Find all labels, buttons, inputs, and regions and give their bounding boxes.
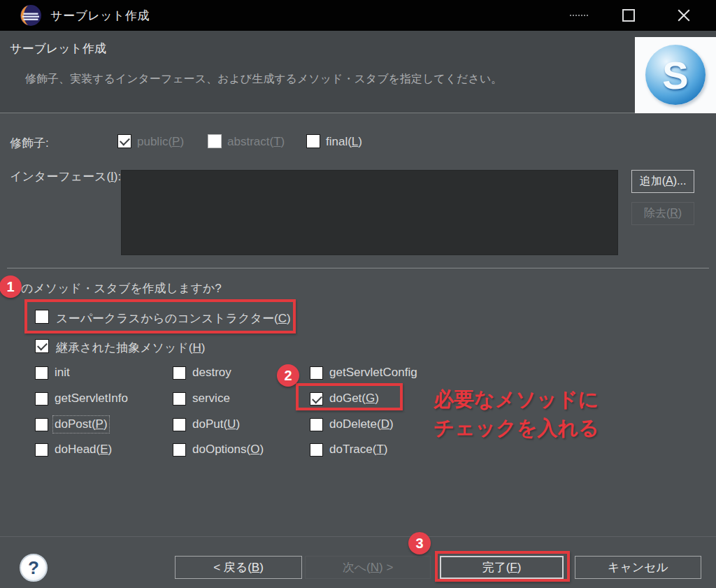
interfaces-label: インターフェース(I): [10, 168, 121, 185]
abstract-checkbox[interactable] [208, 134, 222, 148]
wizard-title: サーブレット作成 [10, 41, 106, 57]
add-interface-button[interactable]: 追加(A)... [631, 170, 694, 193]
cancel-button[interactable]: キャンセル [575, 556, 701, 579]
step-2-badge: 2 [277, 364, 299, 387]
wizard-header: サーブレット作成 修飾子、実装するインターフェース、および生成するメソッド・スタ… [0, 31, 716, 113]
stub-cell: service [173, 392, 230, 406]
do-options-label[interactable]: doOptions(O) [192, 443, 264, 457]
wizard-icon-panel: S [635, 37, 716, 113]
do-trace-checkbox[interactable] [310, 443, 323, 457]
final-checkbox[interactable] [306, 134, 320, 148]
public-checkbox[interactable] [117, 134, 131, 148]
eclipse-logo-icon [20, 4, 42, 27]
help-button[interactable]: ? [20, 554, 48, 582]
do-put-checkbox[interactable] [173, 418, 186, 431]
minimize-icon [570, 15, 588, 16]
stub-cell: destroy [173, 366, 231, 380]
do-trace-label[interactable]: doTrace(T) [329, 443, 387, 457]
annotation-note-line1: 必要なメソッドに [434, 385, 599, 414]
annotation-note-line2: チェックを入れる [434, 414, 599, 443]
stub-cell: init [35, 366, 70, 380]
maximize-icon [622, 9, 635, 22]
do-post-label[interactable]: doPost(P) [55, 417, 108, 431]
remove-interface-button[interactable]: 除去(R) [631, 202, 694, 225]
constructor-highlight-box [24, 299, 296, 334]
finish-highlight-box [435, 551, 570, 582]
inherited-abstract-checkbox[interactable] [35, 339, 49, 353]
question-mark-icon: ? [28, 557, 39, 579]
get-servlet-info-label[interactable]: getServletInfo [55, 392, 128, 406]
step-3-badge: 3 [408, 532, 431, 554]
do-put-label[interactable]: doPut(U) [192, 417, 240, 431]
wizard-description: 修飾子、実装するインターフェース、および生成するメソッド・スタブを指定してくださ… [25, 72, 502, 87]
do-head-label[interactable]: doHead(E) [55, 443, 112, 457]
modifiers-label: 修飾子: [10, 135, 49, 151]
maximize-button[interactable] [607, 0, 650, 31]
annotation-note: 必要なメソッドに チェックを入れる [434, 385, 599, 443]
section-separator [7, 268, 709, 268]
destroy-label[interactable]: destroy [192, 366, 231, 380]
stub-cell: doOptions(O) [173, 443, 264, 457]
init-checkbox[interactable] [35, 366, 48, 380]
stub-cell: getServletInfo [35, 392, 128, 406]
do-post-checkbox[interactable] [35, 418, 48, 431]
stub-cell: doTrace(T) [310, 443, 387, 457]
do-delete-checkbox[interactable] [310, 418, 323, 431]
titlebar: サーブレット作成 [0, 0, 716, 31]
do-delete-label[interactable]: doDelete(D) [329, 417, 394, 431]
final-label[interactable]: final(L) [326, 135, 362, 149]
service-label[interactable]: service [192, 392, 230, 406]
stub-cell: doDelete(D) [310, 417, 394, 431]
stub-cell: doPost(P) [35, 417, 108, 431]
doget-highlight-box [296, 383, 403, 410]
method-stub-question: のメソッド・スタブを作成しますか? [21, 280, 222, 296]
inherited-abstract-label[interactable]: 継承された抽象メソッド(H) [56, 340, 205, 356]
stub-cell: doHead(E) [35, 443, 112, 457]
back-button[interactable]: < 戻る(B) [175, 556, 302, 579]
close-icon [677, 8, 691, 22]
do-options-checkbox[interactable] [173, 443, 186, 457]
footer-separator [0, 536, 716, 537]
get-servlet-info-checkbox[interactable] [35, 392, 48, 406]
public-label[interactable]: public(P) [137, 135, 184, 149]
get-servlet-config-checkbox[interactable] [310, 366, 323, 380]
interfaces-listbox[interactable] [121, 170, 618, 255]
step-1-badge: 1 [0, 275, 22, 298]
service-checkbox[interactable] [173, 392, 186, 406]
create-servlet-dialog: サーブレット作成 サーブレット作成 修飾子、実装するインターフェース、および生成… [0, 0, 716, 588]
close-button[interactable] [662, 0, 706, 31]
window-title: サーブレット作成 [50, 8, 150, 24]
minimize-button[interactable] [557, 0, 601, 31]
abstract-label[interactable]: abstract(T) [227, 135, 285, 149]
do-head-checkbox[interactable] [35, 443, 48, 457]
get-servlet-config-label[interactable]: getServletConfig [329, 366, 417, 380]
init-label[interactable]: init [55, 366, 70, 380]
stub-cell: doPut(U) [173, 417, 240, 431]
servlet-icon: S [645, 45, 706, 105]
stub-cell: getServletConfig [310, 366, 417, 380]
destroy-checkbox[interactable] [173, 366, 186, 380]
next-button[interactable]: 次へ(N) > [305, 556, 431, 579]
